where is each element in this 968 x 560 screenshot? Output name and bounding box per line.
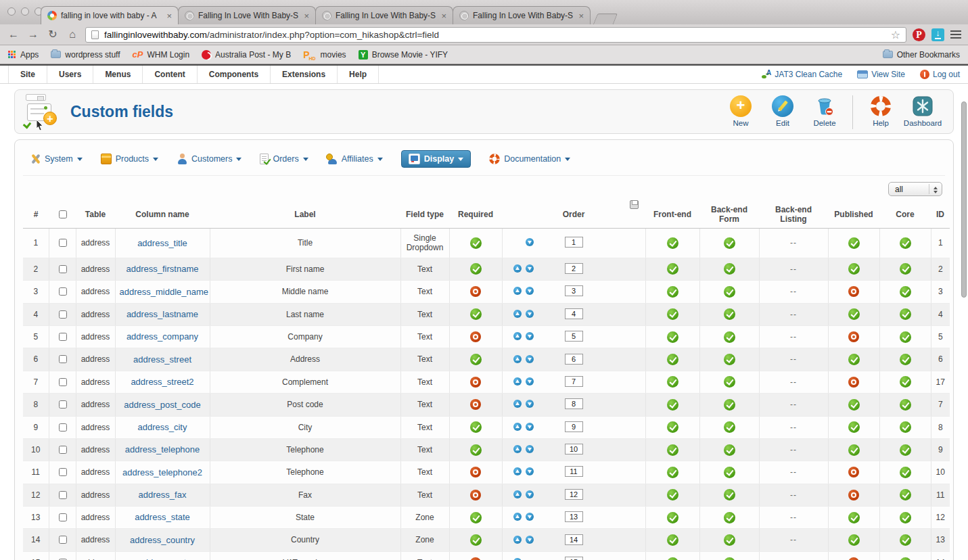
column-name-link[interactable]: address_vat — [139, 557, 187, 560]
column-name-link[interactable]: address_title — [137, 238, 187, 248]
required-enabled-icon[interactable] — [470, 237, 482, 249]
browser-tab[interactable]: falling in love with baby - A× — [41, 6, 179, 24]
quick-link-jat3-clean-cache[interactable]: JAT3 Clean Cache — [762, 70, 842, 79]
required-disabled-icon[interactable] — [470, 467, 481, 477]
row-checkbox[interactable] — [59, 310, 67, 319]
front-end-enabled-icon[interactable] — [667, 421, 678, 433]
required-enabled-icon[interactable] — [470, 534, 482, 546]
bookmark-item[interactable]: Australia Post - My B — [202, 50, 291, 60]
required-enabled-icon[interactable] — [470, 308, 482, 320]
new-tab-button[interactable] — [593, 14, 618, 24]
published-enabled-icon[interactable] — [848, 263, 860, 275]
order-input[interactable] — [565, 376, 583, 387]
pinterest-icon[interactable]: P — [913, 28, 925, 41]
save-order-icon[interactable] — [630, 200, 639, 209]
edit-button[interactable]: Edit — [762, 94, 804, 127]
order-up-icon[interactable] — [513, 310, 522, 318]
core-enabled-icon[interactable] — [900, 557, 911, 560]
tab-close-icon[interactable]: × — [578, 11, 584, 20]
order-input[interactable] — [565, 557, 583, 560]
download-icon[interactable] — [931, 28, 944, 41]
backend-form-enabled-icon[interactable] — [724, 557, 735, 560]
menu-users[interactable]: Users — [47, 66, 93, 83]
published-enabled-icon[interactable] — [848, 399, 860, 411]
published-enabled-icon[interactable] — [848, 444, 860, 456]
column-name-link[interactable]: address_country — [130, 535, 195, 545]
back-icon[interactable]: ← — [7, 28, 20, 41]
menu-menus[interactable]: Menus — [93, 66, 143, 83]
quick-link-view-site[interactable]: View Site — [857, 70, 905, 79]
column-name-link[interactable]: address_state — [135, 512, 190, 522]
core-enabled-icon[interactable] — [900, 467, 911, 478]
hikashop-menu-affiliates[interactable]: Affiliates — [327, 154, 383, 164]
required-disabled-icon[interactable] — [470, 557, 481, 560]
backend-form-enabled-icon[interactable] — [724, 489, 735, 500]
table-filter-select[interactable]: all — [888, 182, 942, 196]
bookmark-item[interactable]: YBrowse Movie - YIFY — [359, 50, 448, 60]
front-end-enabled-icon[interactable] — [667, 467, 678, 478]
core-enabled-icon[interactable] — [900, 421, 911, 433]
order-up-icon[interactable] — [513, 513, 522, 521]
scrollbar-thumb[interactable] — [961, 101, 967, 298]
required-enabled-icon[interactable] — [470, 444, 482, 456]
select-all-checkbox[interactable] — [59, 210, 67, 218]
required-enabled-icon[interactable] — [470, 263, 482, 275]
front-end-enabled-icon[interactable] — [667, 376, 678, 388]
order-input[interactable] — [565, 237, 583, 248]
published-disabled-icon[interactable] — [848, 490, 859, 500]
delete-button[interactable]: Delete — [804, 94, 846, 127]
order-input[interactable] — [565, 354, 583, 365]
order-up-icon[interactable] — [513, 536, 522, 544]
backend-form-enabled-icon[interactable] — [724, 444, 735, 456]
core-enabled-icon[interactable] — [900, 489, 911, 500]
backend-form-enabled-icon[interactable] — [724, 286, 735, 298]
order-input[interactable] — [565, 263, 583, 274]
order-down-icon[interactable] — [526, 310, 534, 318]
order-down-icon[interactable] — [526, 238, 534, 246]
row-checkbox[interactable] — [59, 400, 67, 409]
backend-form-enabled-icon[interactable] — [724, 263, 735, 275]
order-down-icon[interactable] — [526, 423, 534, 431]
order-input[interactable] — [565, 444, 583, 454]
new-button[interactable]: +New — [720, 94, 762, 127]
order-up-icon[interactable] — [513, 355, 522, 363]
published-disabled-icon[interactable] — [848, 467, 859, 477]
order-input[interactable] — [565, 534, 583, 545]
column-name-link[interactable]: address_lastname — [126, 309, 198, 319]
published-disabled-icon[interactable] — [848, 331, 859, 342]
order-up-icon[interactable] — [513, 423, 522, 431]
tab-close-icon[interactable]: × — [166, 11, 172, 20]
backend-form-enabled-icon[interactable] — [724, 399, 735, 411]
hikashop-menu-orders[interactable]: Orders — [260, 154, 308, 164]
order-up-icon[interactable] — [513, 377, 522, 386]
front-end-enabled-icon[interactable] — [667, 263, 678, 275]
published-enabled-icon[interactable] — [848, 237, 860, 249]
backend-form-enabled-icon[interactable] — [724, 512, 735, 523]
order-up-icon[interactable] — [513, 490, 522, 498]
required-enabled-icon[interactable] — [470, 354, 482, 365]
tab-close-icon[interactable]: × — [304, 11, 309, 20]
front-end-enabled-icon[interactable] — [667, 237, 678, 249]
core-enabled-icon[interactable] — [900, 237, 911, 249]
front-end-enabled-icon[interactable] — [667, 557, 678, 560]
published-enabled-icon[interactable] — [848, 512, 860, 523]
bookmark-item[interactable]: PHDmovies — [303, 49, 346, 60]
backend-form-enabled-icon[interactable] — [724, 534, 735, 546]
order-input[interactable] — [565, 489, 583, 500]
front-end-enabled-icon[interactable] — [667, 308, 678, 320]
front-end-enabled-icon[interactable] — [667, 534, 678, 546]
core-enabled-icon[interactable] — [900, 399, 911, 411]
quick-link-log-out[interactable]: Log out — [920, 70, 960, 79]
required-disabled-icon[interactable] — [470, 399, 481, 410]
order-up-icon[interactable] — [513, 264, 522, 273]
core-enabled-icon[interactable] — [900, 354, 911, 365]
order-input[interactable] — [565, 511, 583, 522]
published-disabled-icon[interactable] — [848, 557, 859, 560]
core-enabled-icon[interactable] — [900, 331, 911, 343]
bookmark-star-icon[interactable]: ☆ — [891, 28, 900, 41]
order-down-icon[interactable] — [526, 355, 534, 363]
front-end-enabled-icon[interactable] — [667, 286, 678, 298]
menu-components[interactable]: Components — [198, 66, 271, 83]
order-down-icon[interactable] — [526, 536, 534, 544]
bookmark-item[interactable]: Apps — [8, 50, 39, 60]
